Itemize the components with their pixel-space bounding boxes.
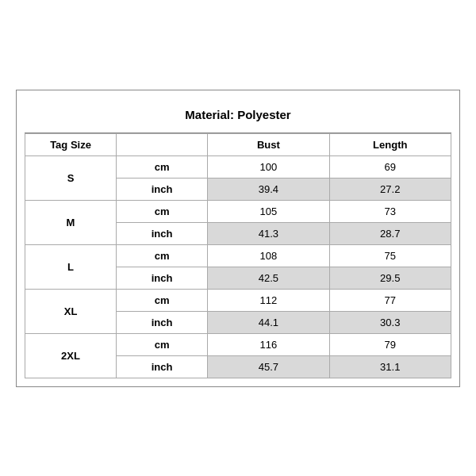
bust-inch: 42.5 bbox=[208, 267, 329, 289]
table-row: Mcm10573 bbox=[25, 200, 451, 222]
bust-inch: 45.7 bbox=[208, 355, 329, 378]
length-cm: 77 bbox=[329, 289, 451, 311]
bust-cm: 112 bbox=[208, 289, 329, 311]
unit-inch: inch bbox=[117, 178, 208, 200]
length-cm: 75 bbox=[329, 244, 451, 267]
size-label: S bbox=[25, 155, 117, 200]
header-tag-size: Tag Size bbox=[25, 133, 117, 155]
unit-inch: inch bbox=[117, 267, 208, 289]
bust-inch: 39.4 bbox=[208, 178, 329, 200]
unit-cm: cm bbox=[117, 333, 208, 355]
header-bust: Bust bbox=[208, 133, 329, 155]
size-table: Tag Size Bust Length Scm10069inch39.427.… bbox=[25, 133, 451, 378]
bust-cm: 116 bbox=[208, 333, 329, 355]
table-row: Lcm10875 bbox=[25, 244, 451, 267]
table-row: XLcm11277 bbox=[25, 289, 451, 311]
length-cm: 69 bbox=[329, 155, 451, 178]
unit-cm: cm bbox=[117, 155, 208, 178]
unit-cm: cm bbox=[117, 289, 208, 311]
bust-inch: 44.1 bbox=[208, 311, 329, 333]
size-label: 2XL bbox=[25, 333, 117, 378]
bust-cm: 105 bbox=[208, 200, 329, 222]
size-label: XL bbox=[25, 289, 117, 333]
length-inch: 30.3 bbox=[329, 311, 451, 333]
length-inch: 28.7 bbox=[329, 222, 451, 244]
bust-cm: 108 bbox=[208, 244, 329, 267]
table-row: 2XLcm11679 bbox=[25, 333, 451, 355]
length-inch: 29.5 bbox=[329, 267, 451, 289]
unit-inch: inch bbox=[117, 311, 208, 333]
length-inch: 31.1 bbox=[329, 355, 451, 378]
header-length: Length bbox=[329, 133, 451, 155]
unit-inch: inch bbox=[117, 222, 208, 244]
bust-inch: 41.3 bbox=[208, 222, 329, 244]
size-label: M bbox=[25, 200, 117, 244]
length-cm: 79 bbox=[329, 333, 451, 355]
size-label: L bbox=[25, 244, 117, 289]
chart-title: Material: Polyester bbox=[25, 98, 451, 133]
header-unit bbox=[117, 133, 208, 155]
length-inch: 27.2 bbox=[329, 178, 451, 200]
unit-cm: cm bbox=[117, 200, 208, 222]
size-chart-container: Material: Polyester Tag Size Bust Length… bbox=[16, 90, 460, 387]
unit-cm: cm bbox=[117, 244, 208, 267]
table-row: Scm10069 bbox=[25, 155, 451, 178]
length-cm: 73 bbox=[329, 200, 451, 222]
bust-cm: 100 bbox=[208, 155, 329, 178]
unit-inch: inch bbox=[117, 355, 208, 378]
